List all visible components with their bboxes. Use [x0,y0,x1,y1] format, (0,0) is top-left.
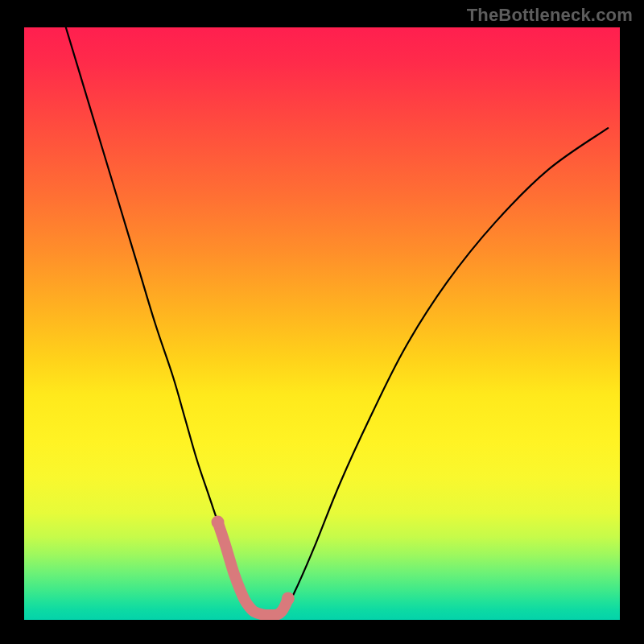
highlight-segment [218,522,288,616]
highlight-dot-end [282,592,295,605]
chart-frame: TheBottleneck.com [0,0,644,644]
chart-svg [24,27,620,620]
attribution-label: TheBottleneck.com [467,5,633,26]
highlight-dot-start [212,516,225,529]
plot-area [24,27,620,620]
bottleneck-curve [66,27,608,616]
